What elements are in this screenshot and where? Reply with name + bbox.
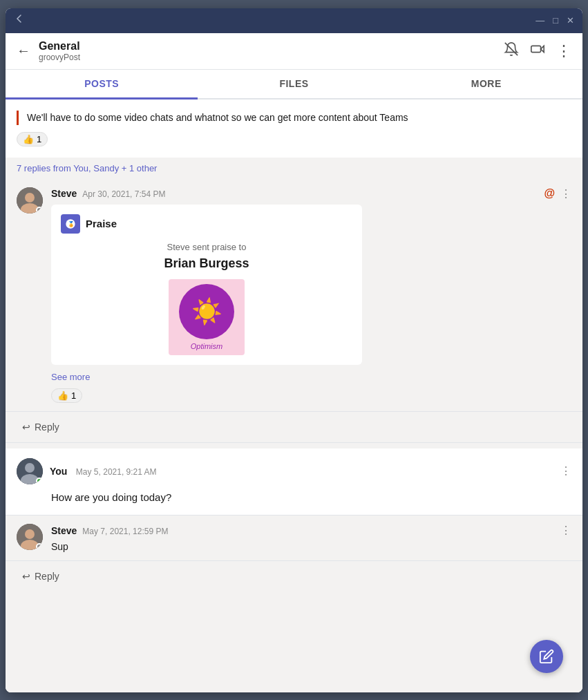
- video-icon[interactable]: [530, 41, 545, 60]
- second-post-reply-row: ↩ Reply: [6, 560, 582, 592]
- tab-posts[interactable]: POSTS: [6, 70, 198, 100]
- nested-reply-time: May 7, 2021, 12:59 PM: [82, 527, 168, 536]
- you-author-name: You: [50, 466, 67, 477]
- minimize-button[interactable]: —: [535, 15, 544, 26]
- svg-point-4: [25, 193, 35, 202]
- second-reply-label: Reply: [35, 571, 59, 582]
- replies-summary[interactable]: 7 replies from You, Sandy + 1 other: [6, 158, 582, 179]
- sun-icon: ☀️: [191, 297, 222, 326]
- reply-icon: ↩: [22, 422, 30, 433]
- thread-like-reaction[interactable]: 👍 1: [51, 388, 82, 403]
- you-online-dot: [36, 477, 43, 484]
- nested-reply-actions: ⋮: [560, 524, 571, 537]
- channel-header: ← General groovyPost: [6, 33, 582, 70]
- you-author-info: You May 5, 2021, 9:21 AM: [50, 465, 553, 477]
- steve2-status-dot: [36, 543, 43, 550]
- you-avatar: [17, 458, 43, 484]
- praise-body: Steve sent praise to Brian Burgess ☀️ Op…: [61, 242, 352, 355]
- reaction-count: 1: [37, 134, 41, 144]
- nested-reply: Steve May 7, 2021, 12:59 PM ⋮ Sup: [6, 515, 582, 560]
- original-post: We'll have to do some video chats and wh…: [6, 100, 582, 158]
- praise-recipient: Brian Burgess: [61, 256, 352, 271]
- reply-button[interactable]: ↩ Reply: [17, 419, 65, 435]
- channel-actions: ⋮: [504, 41, 571, 60]
- svg-point-12: [25, 529, 35, 539]
- maximize-button[interactable]: □: [553, 15, 558, 26]
- close-button[interactable]: ✕: [567, 15, 574, 26]
- reply-meta: Steve Apr 30, 2021, 7:54 PM @ ⋮: [51, 187, 571, 200]
- content-area: We'll have to do some video chats and wh…: [6, 100, 582, 692]
- like-reaction[interactable]: 👍 1: [17, 132, 48, 146]
- reply-time: Apr 30, 2021, 7:54 PM: [82, 189, 165, 199]
- nested-reply-author: Steve: [51, 525, 77, 536]
- second-post-meta: You May 5, 2021, 9:21 AM ⋮: [17, 458, 571, 484]
- nested-reply-body: Steve May 7, 2021, 12:59 PM ⋮ Sup: [51, 524, 571, 552]
- reply-actions: @ ⋮: [544, 187, 571, 200]
- channel-org: groovyPost: [39, 53, 504, 62]
- nested-reply-text: Sup: [51, 541, 571, 552]
- reply-button-label: Reply: [35, 422, 59, 433]
- praise-sent-text: Steve sent praise to: [61, 242, 352, 252]
- message-more-icon[interactable]: ⋮: [560, 187, 571, 200]
- second-post-reply-button[interactable]: ↩ Reply: [17, 568, 65, 585]
- channel-info: General groovyPost: [39, 40, 504, 62]
- svg-rect-1: [531, 46, 541, 52]
- channel-name: General: [39, 40, 504, 53]
- tab-files[interactable]: FILES: [198, 70, 390, 98]
- thumbs-up-icon: 👍: [23, 134, 34, 144]
- window-controls: — □ ✕: [535, 15, 574, 26]
- praise-card-header: 🏅 Praise: [61, 214, 352, 234]
- bell-icon[interactable]: [504, 41, 519, 60]
- thread-reaction-count: 1: [71, 390, 76, 401]
- post-section: We'll have to do some video chats and wh…: [6, 100, 582, 443]
- tab-more[interactable]: MORE: [390, 70, 582, 98]
- svg-text:🏅: 🏅: [68, 220, 75, 227]
- nested-reply-meta: Steve May 7, 2021, 12:59 PM ⋮: [51, 524, 571, 537]
- thread-container: Steve Apr 30, 2021, 7:54 PM @ ⋮: [6, 179, 582, 442]
- thread-reply-item: Steve Apr 30, 2021, 7:54 PM @ ⋮: [6, 179, 582, 411]
- steve-status-dot: [36, 207, 43, 214]
- praise-badge-circle: ☀️: [179, 284, 234, 339]
- tabs-bar: POSTS FILES MORE: [6, 70, 582, 100]
- titlebar-back-button[interactable]: [14, 13, 25, 28]
- second-reply-icon: ↩: [22, 571, 30, 582]
- second-post-text: How are you doing today?: [17, 490, 571, 506]
- you-post-time: May 5, 2021, 9:21 AM: [76, 467, 157, 477]
- svg-point-9: [25, 463, 35, 473]
- praise-badge: ☀️ Optimism: [169, 279, 245, 355]
- steve2-avatar: [17, 524, 43, 550]
- praise-icon-box: 🏅: [61, 214, 80, 234]
- at-mention-icon[interactable]: @: [544, 187, 555, 200]
- app-content: ← General groovyPost: [6, 33, 582, 692]
- thread-thumbs-up-icon: 👍: [57, 390, 68, 401]
- reaction-row: 👍 1: [17, 132, 571, 146]
- praise-title: Praise: [86, 218, 117, 229]
- channel-back-button[interactable]: ←: [17, 43, 30, 59]
- praise-card: 🏅 Praise Steve sent praise to Brian Burg…: [51, 205, 362, 365]
- content-wrapper: We'll have to do some video chats and wh…: [6, 100, 582, 692]
- second-post: You May 5, 2021, 9:21 AM ⋮ How are you d…: [6, 448, 582, 516]
- reply-author: Steve: [51, 188, 77, 199]
- more-options-icon[interactable]: ⋮: [556, 42, 571, 60]
- see-more-link[interactable]: See more: [51, 372, 90, 382]
- second-post-more-icon[interactable]: ⋮: [560, 464, 571, 477]
- original-post-text: We'll have to do some video chats and wh…: [17, 111, 571, 125]
- steve-avatar: [17, 187, 43, 214]
- reply-button-row: ↩ Reply: [6, 411, 582, 442]
- thread-reaction-row: 👍 1: [51, 388, 571, 403]
- thread-reply-body: Steve Apr 30, 2021, 7:54 PM @ ⋮: [51, 187, 571, 403]
- compose-fab[interactable]: [530, 640, 563, 673]
- title-bar: — □ ✕: [6, 8, 582, 33]
- nested-more-icon[interactable]: ⋮: [560, 524, 571, 537]
- praise-badge-label: Optimism: [191, 342, 222, 350]
